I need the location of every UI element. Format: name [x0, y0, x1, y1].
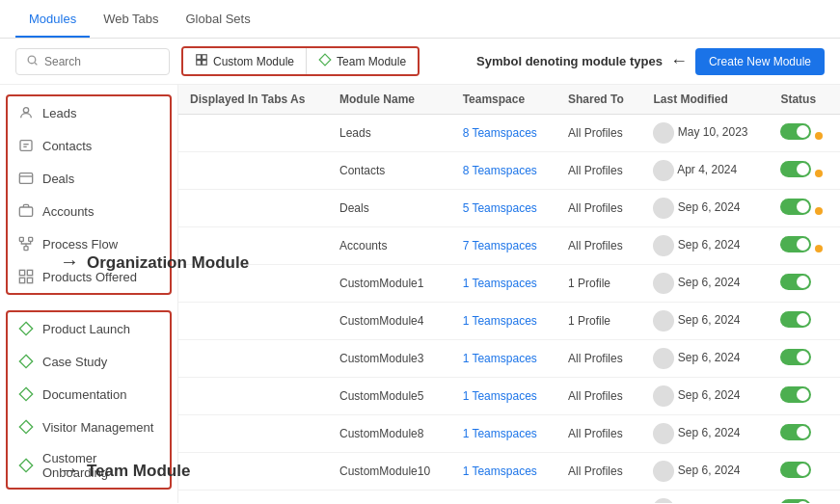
toggle-track[interactable] [780, 123, 811, 140]
cell-status[interactable] [769, 265, 840, 303]
cell-module-name: Accounts [328, 227, 451, 265]
cell-teamspace[interactable]: 1 Teamspaces [451, 340, 556, 378]
toggle-track[interactable] [780, 236, 811, 252]
status-toggle[interactable] [780, 236, 811, 252]
cell-teamspace[interactable]: 1 Teamspaces [451, 491, 556, 504]
search-box[interactable] [15, 48, 170, 75]
sidebar-item-accounts-label: Accounts [42, 204, 94, 219]
sidebar-item-documentation[interactable]: Documentation [8, 378, 170, 411]
toggle-track[interactable] [780, 499, 811, 503]
cell-status[interactable] [769, 227, 840, 265]
toggle-track[interactable] [780, 349, 811, 365]
cell-shared-to: All Profiles [556, 415, 641, 453]
org-module-section: Leads Contacts Deals Accou [6, 94, 172, 295]
cell-status[interactable] [769, 415, 840, 453]
cell-last-modified: Apr 4, 2024 [641, 152, 769, 190]
cell-shared-to: 1 Profile [556, 265, 641, 303]
status-toggle[interactable] [780, 199, 811, 215]
search-input[interactable] [44, 55, 159, 68]
toggle-track[interactable] [780, 424, 811, 440]
sidebar-item-customer-onboarding[interactable]: Customer Onboarding [8, 443, 170, 488]
status-toggle[interactable] [780, 386, 811, 403]
sidebar-item-leads[interactable]: Leads [8, 96, 170, 129]
cell-shared-to: All Profiles [556, 340, 641, 378]
toggle-thumb [797, 238, 809, 251]
cell-last-modified: Sep 6, 2024 [641, 415, 769, 453]
cell-status[interactable] [769, 453, 840, 491]
cell-shared-to: All Profiles [556, 227, 641, 265]
sidebar-item-products-offered[interactable]: Products Offered [8, 260, 170, 293]
cell-displayed-in-tabs [178, 340, 328, 378]
svg-marker-24 [19, 387, 32, 400]
toggle-track[interactable] [780, 311, 811, 328]
cell-status[interactable] [769, 303, 840, 340]
avatar [653, 235, 674, 256]
col-header-shared-to: Shared To [556, 85, 641, 115]
cell-last-modified: May 10, 2023 [641, 115, 769, 152]
sidebar-item-visitor-management[interactable]: Visitor Management [8, 411, 170, 443]
cell-module-name: CustomModule2 [328, 491, 451, 504]
sidebar-item-accounts[interactable]: Accounts [8, 195, 170, 227]
status-toggle[interactable] [780, 349, 811, 365]
cell-status[interactable] [769, 491, 840, 504]
sidebar-item-case-study[interactable]: Case Study [8, 345, 170, 378]
svg-rect-11 [19, 173, 32, 184]
sidebar-item-product-launch[interactable]: Product Launch [8, 312, 170, 345]
module-type-buttons: Custom Module Team Module [181, 46, 420, 76]
svg-marker-23 [19, 355, 32, 367]
status-toggle[interactable] [780, 123, 811, 140]
toggle-track[interactable] [780, 161, 811, 177]
cell-module-name: CustomModule3 [328, 340, 451, 378]
cell-status[interactable] [769, 152, 840, 190]
sidebar-item-process-flow[interactable]: Process Flow [8, 227, 170, 260]
sidebar: Leads Contacts Deals Accou [0, 85, 178, 503]
toggle-track[interactable] [780, 274, 811, 290]
create-new-module-button[interactable]: Create New Module [695, 48, 825, 75]
toggle-track[interactable] [780, 462, 811, 478]
team-module-section: Product Launch Case Study Documentation [6, 310, 172, 490]
cell-shared-to: All Profiles [556, 152, 641, 190]
status-toggle[interactable] [780, 499, 811, 503]
status-toggle[interactable] [780, 462, 811, 478]
cell-displayed-in-tabs [178, 152, 328, 190]
status-toggle[interactable] [780, 274, 811, 290]
status-toggle[interactable] [780, 161, 811, 177]
team-module-button[interactable]: Team Module [306, 48, 418, 74]
tab-global-sets[interactable]: Global Sets [172, 2, 263, 38]
cell-status[interactable] [769, 115, 840, 152]
table-row: CustomModule101 TeamspacesAll Profiles S… [178, 453, 840, 491]
table-row: CustomModule11 Teamspaces1 Profile Sep 6… [178, 265, 840, 303]
custom-module-button[interactable]: Custom Module [183, 48, 306, 74]
cell-teamspace[interactable]: 1 Teamspaces [451, 453, 556, 491]
cell-status[interactable] [769, 340, 840, 378]
cell-teamspace[interactable]: 1 Teamspaces [451, 378, 556, 415]
process-flow-icon [17, 235, 35, 252]
avatar [653, 385, 674, 407]
status-toggle[interactable] [780, 311, 811, 328]
tab-modules[interactable]: Modules [15, 2, 90, 38]
toggle-track[interactable] [780, 199, 811, 215]
status-toggle[interactable] [780, 424, 811, 440]
cell-status[interactable] [769, 378, 840, 415]
cell-displayed-in-tabs [178, 303, 328, 340]
svg-point-7 [23, 108, 28, 113]
cell-teamspace[interactable]: 8 Teamspaces [451, 115, 556, 152]
annotation-arrow: ← [670, 51, 688, 71]
cell-shared-to: 1 Profile [556, 303, 641, 340]
cell-teamspace[interactable]: 8 Teamspaces [451, 152, 556, 190]
cell-status[interactable] [769, 190, 840, 227]
svg-rect-8 [20, 141, 32, 151]
cell-teamspace[interactable]: 7 Teamspaces [451, 227, 556, 265]
svg-rect-20 [19, 278, 24, 282]
svg-point-0 [28, 56, 36, 64]
sidebar-item-contacts[interactable]: Contacts [8, 129, 170, 162]
documentation-icon [17, 385, 35, 403]
cell-teamspace[interactable]: 1 Teamspaces [451, 265, 556, 303]
tab-web-tabs[interactable]: Web Tabs [90, 2, 172, 38]
cell-teamspace[interactable]: 5 Teamspaces [451, 190, 556, 227]
cell-teamspace[interactable]: 1 Teamspaces [451, 303, 556, 340]
cell-last-modified: Sep 6, 2024 [641, 303, 769, 340]
cell-teamspace[interactable]: 1 Teamspaces [451, 415, 556, 453]
toggle-track[interactable] [780, 386, 811, 403]
sidebar-item-deals[interactable]: Deals [8, 162, 170, 195]
